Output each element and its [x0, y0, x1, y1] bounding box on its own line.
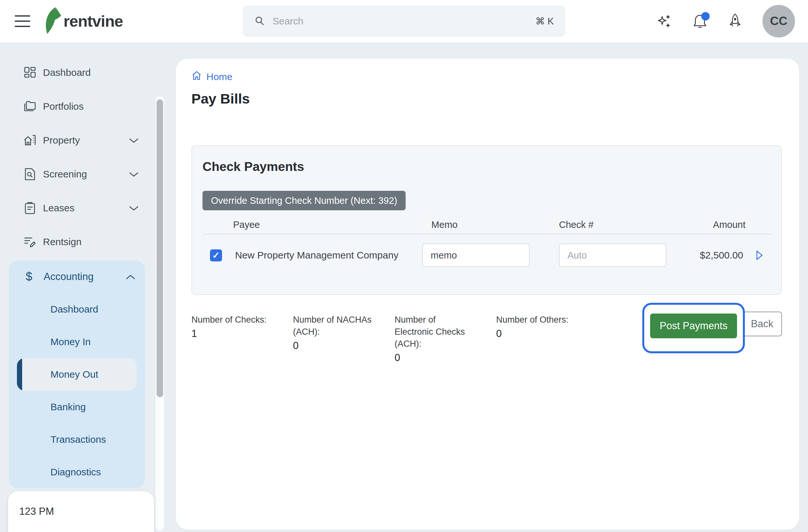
summary-nachas: Number of NACHAs (ACH): 0 — [293, 314, 394, 352]
sidebar-item-property[interactable]: Property — [0, 123, 167, 157]
clock-widget: 123 PM — [8, 491, 154, 532]
search-icon — [254, 15, 265, 27]
chevron-down-icon — [129, 135, 139, 146]
memo-input[interactable] — [422, 243, 530, 267]
top-bar: rentvine Search ⌘ K — [0, 0, 808, 42]
dashboard-icon — [23, 66, 36, 79]
summary-value: 1 — [191, 328, 293, 340]
sidebar-item-banking[interactable]: Banking — [9, 391, 145, 423]
brand-logo[interactable]: rentvine — [43, 6, 123, 36]
column-header-check: Check # — [559, 219, 696, 230]
sidebar-item-label: Screening — [43, 169, 87, 180]
search-input[interactable]: Search ⌘ K — [243, 6, 565, 36]
summary-label: Number of NACHAs (ACH): — [293, 314, 374, 338]
sidebar-item-label: Dashboard — [43, 67, 91, 78]
notification-dot — [701, 12, 710, 20]
summary-band: Number of Checks: 1 Number of NACHAs (AC… — [191, 314, 782, 364]
sidebar-item-label: Dashboard — [51, 304, 98, 315]
row-checkbox[interactable]: ✓ — [210, 250, 222, 261]
sidebar-item-label: Diagnostics — [51, 466, 101, 478]
sparkles-icon[interactable] — [657, 13, 673, 29]
sidebar: Dashboard Portfolios — [0, 42, 167, 532]
sidebar-item-label: Money Out — [51, 369, 98, 380]
sidebar-item-money-in[interactable]: Money In — [9, 326, 145, 358]
sidebar-scrollbar-thumb[interactable] — [157, 99, 163, 397]
rentsign-icon — [23, 235, 36, 249]
column-header-memo: Memo — [422, 219, 559, 230]
property-icon — [23, 134, 36, 147]
summary-value: 0 — [394, 352, 496, 364]
leases-icon — [23, 202, 36, 215]
summary-value: 0 — [293, 340, 394, 352]
post-payments-button[interactable]: Post Payments — [650, 314, 737, 338]
summary-label: Number of Others: — [496, 314, 577, 326]
sidebar-item-label: Accounting — [43, 271, 93, 282]
check-payments-panel: Check Payments Override Starting Check N… — [191, 145, 782, 295]
summary-others: Number of Others: 0 — [496, 314, 598, 340]
sidebar-item-diagnostics[interactable]: Diagnostics — [9, 456, 145, 488]
sidebar-item-label: Money In — [51, 336, 91, 347]
sidebar-item-leases[interactable]: Leases — [0, 191, 167, 225]
folder-icon — [23, 100, 36, 113]
content-card: Home Pay Bills Check Payments Override S… — [176, 59, 799, 530]
breadcrumb[interactable]: Home — [191, 70, 233, 83]
sidebar-item-label: Leases — [43, 202, 75, 214]
override-check-number-button[interactable]: Override Starting Check Number (Next: 39… — [202, 191, 406, 210]
menu-icon[interactable] — [15, 15, 30, 27]
page-title: Pay Bills — [191, 91, 782, 107]
panel-title: Check Payments — [202, 159, 771, 175]
accounting-section: $ Accounting Dashboard Money In Money Ou… — [9, 260, 145, 488]
sidebar-item-portfolios[interactable]: Portfolios — [0, 90, 167, 123]
sidebar-item-transactions[interactable]: Transactions — [9, 423, 145, 456]
column-header-amount: Amount — [696, 219, 748, 230]
summary-label: Number of Checks: — [191, 314, 273, 326]
sidebar-item-label: Portfolios — [43, 101, 84, 112]
chevron-down-icon — [129, 202, 139, 214]
home-icon — [191, 70, 202, 83]
check-number-input[interactable] — [559, 243, 666, 267]
sidebar-item-label: Transactions — [51, 434, 106, 445]
expand-row-icon[interactable] — [748, 250, 771, 260]
sidebar-item-accounting-dashboard[interactable]: Dashboard — [9, 293, 145, 326]
table-header-row: Payee Memo Check # Amount — [202, 216, 771, 234]
back-button[interactable]: Back — [742, 312, 782, 336]
search-shortcut: ⌘ K — [535, 16, 554, 27]
avatar[interactable]: CC — [763, 5, 795, 37]
sidebar-item-label: Property — [43, 135, 80, 146]
sidebar-item-dashboard[interactable]: Dashboard — [0, 56, 167, 90]
column-header-payee: Payee — [228, 219, 422, 230]
payee-name: New Property Management Company — [228, 250, 422, 261]
chevron-up-icon — [125, 271, 136, 282]
summary-electronic-checks: Number of Electronic Checks (ACH): 0 — [394, 314, 496, 364]
post-payments-highlight-ring: Post Payments — [642, 303, 745, 353]
table-row: ✓ New Property Management Company $2,500… — [202, 243, 771, 268]
main-area: Home Pay Bills Check Payments Override S… — [167, 42, 808, 532]
leaf-icon — [43, 6, 61, 36]
search-placeholder: Search — [273, 16, 535, 27]
sidebar-item-screening[interactable]: Screening — [0, 157, 167, 191]
topbar-actions: CC — [657, 5, 795, 37]
screening-icon — [23, 168, 36, 181]
rocket-icon[interactable] — [727, 13, 743, 29]
notifications-bell-icon[interactable] — [692, 13, 708, 29]
action-buttons: Post Payments Back — [642, 303, 782, 353]
accounting-dollar-icon: $ — [23, 270, 35, 283]
summary-label: Number of Electronic Checks (ACH): — [394, 314, 476, 350]
sidebar-scrollbar-track — [155, 96, 164, 531]
sidebar-item-rentsign[interactable]: Rentsign — [0, 225, 167, 259]
amount-value: $2,500.00 — [696, 250, 748, 261]
sidebar-item-label: Rentsign — [43, 236, 81, 247]
chevron-down-icon — [129, 169, 139, 180]
summary-value: 0 — [496, 328, 598, 340]
brand-name: rentvine — [63, 12, 123, 30]
clock-text: 123 PM — [19, 506, 154, 517]
sidebar-item-label: Banking — [51, 401, 86, 412]
sidebar-item-accounting[interactable]: $ Accounting — [9, 260, 145, 293]
summary-checks: Number of Checks: 1 — [191, 314, 293, 340]
sidebar-item-money-out[interactable]: Money Out — [17, 358, 137, 391]
breadcrumb-home-link[interactable]: Home — [206, 71, 233, 82]
